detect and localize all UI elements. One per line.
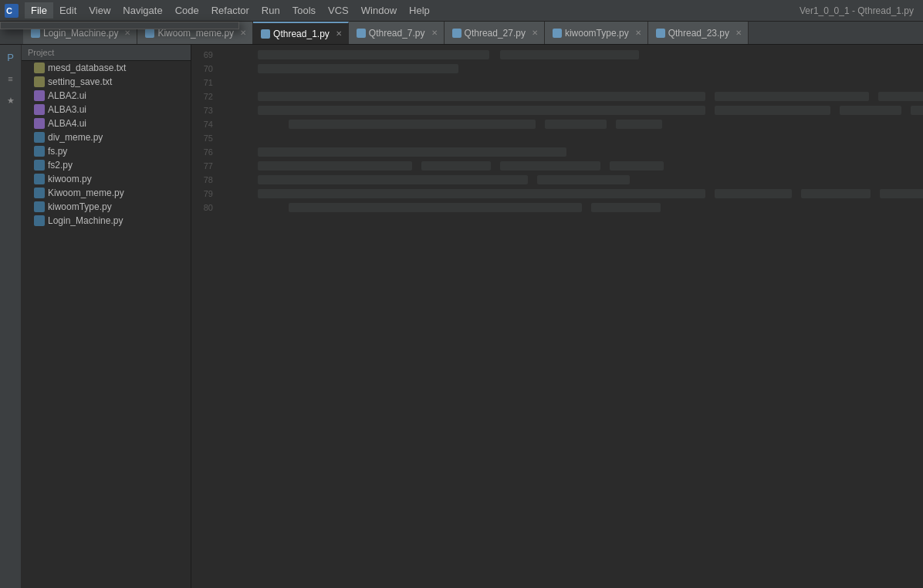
line-number: 76 [191,147,219,157]
file-icon [34,215,45,226]
menu-help[interactable]: Help [403,2,436,19]
tab-close-button[interactable]: ✕ [532,29,538,37]
code-line: 80 [191,201,923,215]
code-line: 76 [191,145,923,159]
file-name: Login_Machine.py [48,215,123,226]
file-icon [34,188,45,198]
tab-label: Qthread_7.py [369,28,425,39]
file-icon [34,90,45,101]
code-line: 77 [191,159,923,173]
tab-qthread7[interactable]: Qthread_7.py ✕ [349,22,445,45]
file-tree-item[interactable]: ALBA2.ui [22,89,191,103]
file-tree-item[interactable]: kiwoomType.py [22,200,191,214]
file-name: setting_save.txt [48,76,112,87]
menu-tools[interactable]: Tools [286,2,322,19]
tab-file-icon [357,29,366,38]
code-block [616,120,662,129]
file-tree-item[interactable]: fs2.py [22,158,191,172]
code-block [878,92,923,101]
file-tree-item[interactable]: div_meme.py [22,130,191,144]
main-area: P ≡ ★ Project mesd_database.txtsetting_s… [0,45,923,588]
file-name: ALBA3.ui [48,104,86,115]
code-line: 73 [191,103,923,117]
tab-label: Qthread_23.py [668,28,729,39]
code-block [545,120,607,129]
code-line: 74 [191,117,923,131]
tab-file-icon [145,29,154,38]
file-name: fs.py [48,146,67,157]
menu-navigate[interactable]: Navigate [117,2,168,19]
code-block [715,106,830,115]
menu-refactor[interactable]: Refactor [205,2,255,19]
project-icon[interactable]: P [2,48,20,66]
code-line: 75 [191,131,923,145]
file-icon [34,118,45,129]
code-line: 71 [191,76,923,90]
file-name: ALBA4.ui [48,118,86,129]
file-dropdown-menu [0,22,239,29]
structure-icon[interactable]: ≡ [2,69,20,88]
menu-run[interactable]: Run [255,2,286,19]
line-number: 77 [191,161,219,171]
sidebar-strip: P ≡ ★ [0,45,22,588]
code-block [715,92,869,101]
code-block [801,189,871,198]
tab-qthread23[interactable]: Qthread_23.py ✕ [648,22,749,45]
file-tree-item[interactable]: fs.py [22,144,191,158]
file-tree-item[interactable]: mesd_database.txt [22,61,191,75]
line-number: 80 [191,203,219,212]
code-block [258,175,528,184]
svg-text:C: C [6,6,12,15]
file-tree-item[interactable]: Kiwoom_meme.py [22,186,191,200]
code-block [500,50,639,59]
file-tree-item[interactable]: kiwoom.py [22,172,191,186]
tab-close-button[interactable]: ✕ [635,29,641,37]
tab-file-icon [656,29,665,38]
menu-edit[interactable]: Edit [53,2,83,19]
tab-qthread1[interactable]: Qthread_1.py ✕ [253,22,349,45]
menu-file[interactable]: File [25,2,53,19]
tab-file-icon [452,29,462,38]
code-line: 69 [191,48,923,62]
tab-file-icon [261,29,270,39]
code-line: 78 [191,173,923,187]
code-block [258,189,705,198]
tab-kiwoom-type[interactable]: kiwoomType.py ✕ [545,22,648,45]
menu-vcs[interactable]: VCS [322,2,355,19]
editor-content[interactable]: 697071727374757677787980 [191,45,923,218]
line-number: 75 [191,133,219,143]
file-icon [34,201,45,212]
line-number: 72 [191,92,219,101]
file-name: Kiwoom_meme.py [48,188,124,198]
tab-close-button[interactable]: ✕ [240,29,246,37]
file-tree-item[interactable]: ALBA3.ui [22,103,191,117]
tab-close-button[interactable]: ✕ [124,29,130,37]
line-number: 74 [191,120,219,129]
file-tree-items: mesd_database.txtsetting_save.txtALBA2.u… [22,61,191,228]
code-line: 70 [191,62,923,76]
file-tree-header: Project [22,45,191,61]
favorites-icon[interactable]: ★ [2,91,20,110]
file-name: kiwoom.py [48,174,92,184]
code-block [537,175,630,184]
tab-close-button[interactable]: ✕ [431,29,438,37]
code-block [258,50,489,59]
menubar: C File Edit View Navigate Code Refactor … [0,0,923,22]
menu-code[interactable]: Code [169,2,205,19]
tab-label: Qthread_1.py [273,29,330,39]
line-number: 70 [191,64,219,73]
menu-view[interactable]: View [83,2,117,19]
file-icon [34,104,45,115]
tab-close-button[interactable]: ✕ [735,29,742,37]
tab-qthread27[interactable]: Qthread_27.py ✕ [445,22,545,45]
file-tree-item[interactable]: ALBA4.ui [22,117,191,130]
file-tree-item[interactable]: Login_Machine.py [22,214,191,228]
code-block [591,203,661,212]
tab-close-button[interactable]: ✕ [336,29,342,38]
file-name: kiwoomType.py [48,201,112,212]
menu-window[interactable]: Window [355,2,403,19]
file-tree-item[interactable]: setting_save.txt [22,75,191,89]
code-block [610,161,664,171]
file-icon [34,146,45,157]
file-name: fs2.py [48,160,73,171]
